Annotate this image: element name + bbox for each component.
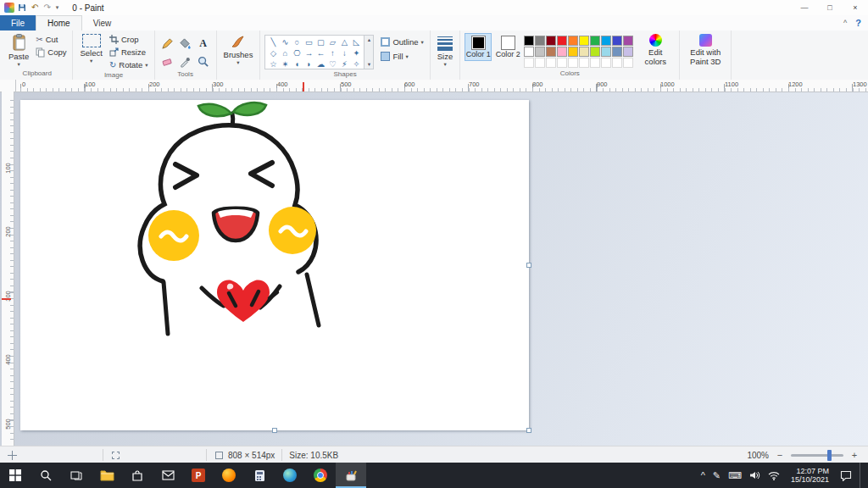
left-arrow-shape-icon[interactable]: ← (314, 47, 326, 58)
five-point-star-shape-icon[interactable]: ☆ (267, 58, 279, 69)
notification-center-icon[interactable] (840, 470, 852, 481)
paste-button[interactable]: Paste ▾ (6, 33, 31, 67)
palette-color-swatch[interactable] (568, 47, 578, 57)
select-button[interactable]: Select ▾ (77, 33, 104, 64)
scroll-down-icon[interactable]: ▼ (367, 62, 371, 67)
zoom-slider[interactable] (791, 454, 843, 457)
palette-color-swatch[interactable] (601, 47, 611, 57)
redo-icon[interactable]: ↷ (43, 3, 50, 12)
palette-color-swatch[interactable] (535, 47, 545, 57)
palette-color-swatch[interactable] (601, 36, 611, 46)
palette-empty-swatch[interactable] (568, 58, 578, 68)
resize-button[interactable]: Resize (108, 47, 150, 58)
taskbar-clock[interactable]: 12:07 PM 15/10/2021 (787, 467, 832, 484)
scroll-up-icon[interactable]: ▲ (367, 37, 371, 42)
taskbar-edge[interactable] (275, 463, 305, 488)
six-point-star-shape-icon[interactable]: ✶ (279, 58, 291, 69)
eraser-tool[interactable] (159, 53, 176, 69)
canvas-resize-handle-right[interactable] (526, 263, 531, 268)
palette-empty-swatch[interactable] (601, 58, 611, 68)
triangle-shape-icon[interactable]: △ (338, 36, 350, 47)
rotate-button[interactable]: ↻ Rotate ▾ (108, 59, 150, 70)
taskbar-calculator[interactable] (244, 463, 275, 488)
palette-color-swatch[interactable] (557, 47, 567, 57)
help-icon[interactable]: ? (855, 18, 861, 28)
taskbar-chrome[interactable] (305, 463, 336, 488)
outline-button[interactable]: Outline ▾ (379, 36, 425, 47)
task-view-button[interactable] (61, 463, 92, 488)
palette-color-swatch[interactable] (612, 36, 622, 46)
zoom-slider-thumb[interactable] (827, 450, 832, 461)
close-button[interactable]: × (843, 0, 868, 15)
zoom-in-button[interactable]: + (849, 450, 860, 460)
minimize-button[interactable]: — (792, 0, 817, 15)
palette-color-swatch[interactable] (623, 47, 633, 57)
line-shape-icon[interactable]: ╲ (267, 36, 279, 47)
qat-dropdown-icon[interactable]: ▾ (56, 3, 59, 12)
palette-empty-swatch[interactable] (557, 58, 567, 68)
taskbar-firefox[interactable] (214, 463, 244, 488)
edit-with-paint3d-button[interactable]: Edit with Paint 3D (684, 33, 726, 67)
palette-color-swatch[interactable] (579, 36, 589, 46)
palette-color-swatch[interactable] (524, 47, 534, 57)
cut-button[interactable]: ✂ Cut (34, 34, 68, 45)
brushes-button[interactable]: Brushes ▾ (221, 33, 256, 65)
palette-empty-swatch[interactable] (590, 58, 600, 68)
tab-view[interactable]: View (82, 15, 123, 30)
canvas-resize-handle-bottom[interactable] (272, 428, 277, 433)
size-button[interactable]: Size ▾ (435, 33, 455, 67)
palette-color-swatch[interactable] (546, 36, 556, 46)
palette-color-swatch[interactable] (590, 36, 600, 46)
show-desktop-button[interactable] (860, 463, 865, 488)
palette-color-swatch[interactable] (557, 36, 567, 46)
oval-shape-icon[interactable]: ○ (291, 36, 303, 47)
palette-empty-swatch[interactable] (535, 58, 545, 68)
lightning-shape-icon[interactable]: ⚡ (338, 58, 350, 69)
tray-chevron-up-icon[interactable]: ^ (701, 471, 705, 480)
palette-color-swatch[interactable] (579, 47, 589, 57)
up-arrow-shape-icon[interactable]: ↑ (326, 47, 338, 58)
shapes-gallery-scrollbar[interactable]: ▲ ▼ (364, 35, 374, 69)
start-button[interactable] (0, 463, 31, 488)
fill-tool[interactable] (177, 35, 194, 52)
palette-color-swatch[interactable] (546, 47, 556, 57)
color1-button[interactable]: Color 1 (465, 33, 492, 61)
palette-color-swatch[interactable] (524, 36, 534, 46)
color-picker-tool[interactable] (177, 53, 194, 69)
pentagon-shape-icon[interactable]: ⌂ (279, 47, 291, 58)
taskbar-powerpoint[interactable]: P (183, 463, 214, 488)
taskbar-paint-active[interactable] (336, 463, 366, 488)
drawing-canvas[interactable] (20, 100, 529, 430)
cloud-callout-shape-icon[interactable]: ☁ (314, 58, 326, 69)
palette-empty-swatch[interactable] (524, 58, 534, 68)
pencil-tool[interactable] (159, 35, 176, 52)
file-menu-button[interactable]: File (0, 15, 36, 30)
palette-empty-swatch[interactable] (546, 58, 556, 68)
canvas-resize-handle-corner[interactable] (526, 428, 531, 433)
right-arrow-shape-icon[interactable]: → (303, 47, 314, 58)
taskbar-search-button[interactable] (31, 463, 61, 488)
undo-icon[interactable]: ↶ (31, 3, 38, 12)
polygon-shape-icon[interactable]: ▱ (326, 36, 338, 47)
palette-color-swatch[interactable] (568, 36, 578, 46)
network-wifi-icon[interactable] (768, 471, 780, 480)
right-triangle-shape-icon[interactable]: ◺ (350, 36, 362, 47)
palette-empty-swatch[interactable] (612, 58, 622, 68)
tray-touch-keyboard-icon[interactable]: ⌨ (728, 471, 742, 480)
palette-empty-swatch[interactable] (623, 58, 633, 68)
zoom-out-button[interactable]: − (775, 450, 785, 460)
oval-callout-shape-icon[interactable]: ◗ (303, 58, 314, 69)
star-shape-icon[interactable]: ✧ (350, 58, 362, 69)
heart-shape-icon[interactable]: ♡ (326, 58, 338, 69)
down-arrow-shape-icon[interactable]: ↓ (338, 47, 350, 58)
text-tool[interactable]: A (195, 35, 212, 52)
hexagon-shape-icon[interactable]: ⎔ (291, 47, 303, 58)
fill-button[interactable]: Fill ▾ (379, 51, 425, 62)
volume-icon[interactable] (749, 470, 760, 480)
taskbar-store[interactable] (122, 463, 153, 488)
four-point-star-shape-icon[interactable]: ✦ (350, 47, 362, 58)
magnifier-tool[interactable] (195, 53, 212, 69)
save-icon[interactable] (18, 3, 26, 12)
crop-button[interactable]: Crop (108, 34, 150, 45)
palette-color-swatch[interactable] (612, 47, 622, 57)
